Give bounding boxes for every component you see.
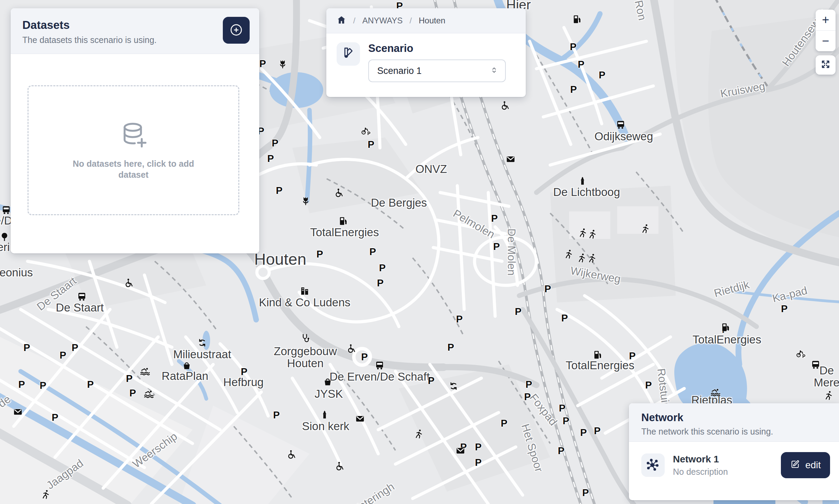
map-viewport: HoutenHierONVZDe BergjesTotalEnergiesKin… <box>0 0 839 504</box>
scenario-panel: / ANYWAYS / Houten Scenario Scenario 1 <box>326 8 526 97</box>
zoom-in-button[interactable]: + <box>816 10 836 30</box>
datasets-subtitle: The datasets this scenario is using. <box>22 35 248 45</box>
scenario-select-value: Scenario 1 <box>377 66 422 76</box>
circle-plus-icon <box>229 22 244 39</box>
network-edit-button[interactable]: edit <box>781 452 830 478</box>
edit-pencil-icon <box>790 459 800 472</box>
network-subtitle: The network this scenario is using. <box>641 427 827 437</box>
datasets-title: Datasets <box>22 19 248 32</box>
network-edit-label: edit <box>805 460 821 471</box>
datasets-panel: Datasets The datasets this scenario is u… <box>11 8 259 253</box>
scenario-select[interactable]: Scenario 1 <box>368 59 506 82</box>
breadcrumb-separator: / <box>353 16 356 25</box>
database-plus-icon <box>118 120 149 152</box>
color-swatch-icon <box>341 46 355 62</box>
datasets-panel-header: Datasets The datasets this scenario is u… <box>11 8 259 54</box>
fullscreen-button[interactable] <box>816 55 836 75</box>
add-dataset-button[interactable] <box>223 17 250 44</box>
breadcrumb-item-houten[interactable]: Houten <box>419 16 445 25</box>
map-controls: + − <box>816 10 836 75</box>
breadcrumb: / ANYWAYS / Houten <box>326 8 526 33</box>
zoom-out-button[interactable]: − <box>816 31 836 51</box>
scenario-panel-body: Scenario Scenario 1 <box>326 33 526 91</box>
dataset-dropzone[interactable]: No datasets here, click to add dataset <box>28 85 239 215</box>
zoom-control-group: + − <box>816 10 836 51</box>
network-title: Network <box>641 412 827 424</box>
chevron-up-down-icon <box>490 66 498 76</box>
fullscreen-control-group <box>816 55 836 75</box>
network-panel: Network The network this scenario is usi… <box>629 403 839 500</box>
network-icon-box <box>641 453 665 477</box>
network-graph-icon <box>646 457 660 473</box>
breadcrumb-item-anyways[interactable]: ANYWAYS <box>362 16 403 25</box>
network-item-name: Network 1 <box>673 454 728 465</box>
home-icon[interactable] <box>337 15 346 26</box>
breadcrumb-separator: / <box>410 16 412 25</box>
network-panel-body: Network 1 No description edit <box>629 442 839 478</box>
network-item-description: No description <box>673 467 728 477</box>
scenario-title: Scenario <box>368 42 515 55</box>
scenario-icon-box <box>337 42 360 66</box>
scenario-content: Scenario Scenario 1 <box>368 42 515 82</box>
network-panel-header: Network The network this scenario is usi… <box>629 403 839 442</box>
datasets-empty-text: No datasets here, click to add dataset <box>68 158 199 180</box>
fullscreen-expand-icon <box>821 59 830 71</box>
network-item: Network 1 No description <box>673 454 728 477</box>
